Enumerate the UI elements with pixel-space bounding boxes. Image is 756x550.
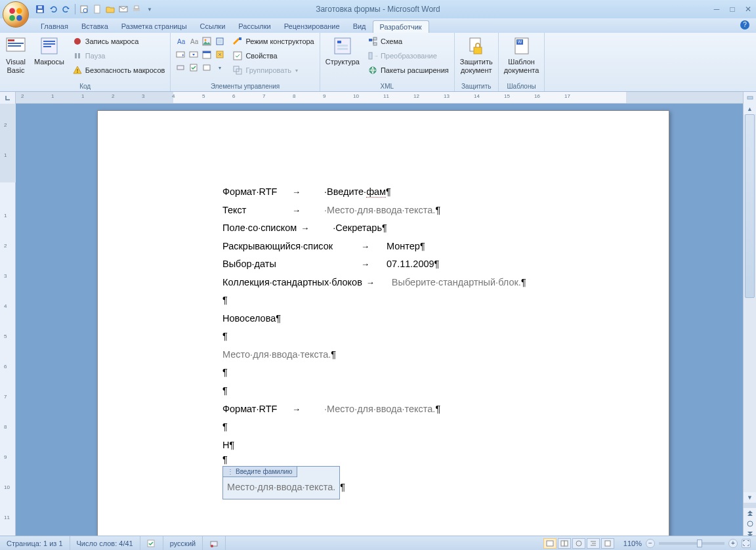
save-icon[interactable] [34,3,46,15]
maximize-button[interactable]: □ [727,5,738,14]
tab-рецензирование[interactable]: Рецензирование [278,20,346,33]
content-control[interactable]: ⋮Введите фамилиюМесто·для·ввода·текста. [222,466,340,500]
fullscreen-reading-view-icon[interactable] [558,538,571,549]
undo-icon[interactable] [47,3,59,15]
transform-label: Преобразование [381,52,437,60]
scroll-up-icon[interactable]: ▲ [744,104,756,114]
properties-button[interactable]: Свойства [230,49,316,63]
redo-icon[interactable] [60,3,72,15]
quick-print-icon[interactable] [131,3,142,15]
legacy-dropdown-icon[interactable] [201,62,213,74]
dropdown-control-icon[interactable] [188,49,200,60]
window-controls: ─ □ ✕ [711,5,753,14]
language-indicator[interactable]: русский [163,536,203,550]
split-handle[interactable] [743,92,756,104]
content-control-text[interactable]: Место·для·ввода·текста. [227,482,335,492]
text-line[interactable]: Место·для·ввода·текста.¶ [222,346,544,364]
vertical-scrollbar[interactable]: ▲ ▼ [743,104,756,539]
form-row[interactable]: Формат·RTF→·Введите·фам¶ [222,183,544,201]
tab-разработчик[interactable]: Разработчик [373,20,429,33]
text-line[interactable]: ¶ [222,382,544,400]
design-mode-button[interactable]: Режим конструктора [230,34,316,49]
plaintext-control-icon[interactable]: Aa [188,35,200,47]
text-line[interactable]: Новоселова¶ [222,310,544,328]
scroll-down-icon[interactable]: ▼ [744,492,756,503]
zoom-slider-thumb[interactable] [697,539,702,547]
qat-separator [75,4,75,14]
legacy-form-icon[interactable] [175,62,186,74]
form-row[interactable]: Выбор·даты→07.11.2009¶ [222,255,544,274]
svg-point-28 [205,39,207,41]
form-row[interactable]: Раскрывающийся·список→Монтер¶ [222,238,544,256]
svg-point-0 [9,8,15,14]
minimize-button[interactable]: ─ [711,5,722,14]
tab-selector[interactable] [0,92,16,104]
browse-object-icon[interactable] [744,518,756,529]
expansion-packs-button[interactable]: Пакеты расширения [365,63,452,77]
tab-разметка страницы[interactable]: Разметка страницы [115,20,194,33]
page-content[interactable]: Формат·RTF→·Введите·фам¶Текст→·Место·для… [98,111,669,499]
macros-button[interactable]: Макросы [32,34,67,68]
richtext-control-icon[interactable]: Aa [175,35,186,47]
zoom-out-button[interactable]: − [646,539,655,548]
new-doc-icon[interactable] [91,3,103,15]
zoom-in-button[interactable]: + [728,539,738,548]
email-icon[interactable] [117,3,129,15]
form-row[interactable]: Текст→·Место·для·ввода·текста.¶ [222,201,544,220]
tab-вставка[interactable]: Вставка [75,20,115,33]
picture-control-icon[interactable] [201,35,213,47]
group-button[interactable]: Группировать ▾ [230,63,316,77]
scroll-track[interactable] [744,114,756,492]
help-icon[interactable]: ? [740,20,749,30]
macro-record-indicator[interactable] [203,536,226,550]
svg-rect-47 [369,39,372,41]
page-indicator[interactable]: Страница: 1 из 1 [0,536,70,550]
text-line[interactable]: ¶ [222,328,544,346]
content-control-title[interactable]: ⋮Введите фамилию [223,467,297,477]
protect-document-button[interactable]: Защитить документ [457,34,495,76]
word-count[interactable]: Число слов: 4/41 [70,536,140,550]
form-row[interactable]: Поле·со·списком→·Секретарь¶ [222,219,544,238]
web-layout-view-icon[interactable] [572,538,585,549]
record-macro-button[interactable]: Запись макроса [70,34,168,49]
spellcheck-indicator[interactable] [140,536,163,550]
datepicker-control-icon[interactable] [201,49,213,60]
title-bar: ▼ Заготовка формы - Microsoft Word ─ □ ✕ [0,0,756,18]
tab-ссылки[interactable]: Ссылки [194,20,232,33]
structure-button[interactable]: Структура [323,34,362,68]
scroll-thumb[interactable] [745,114,755,298]
form-row[interactable]: Формат·RTF→·Место·для·ввода·текста.¶ [222,400,544,419]
tab-рассылки[interactable]: Рассылки [232,20,277,33]
zoom-level[interactable]: 110% [623,539,642,547]
legacy-checkbox-icon[interactable] [188,62,200,74]
prev-page-icon[interactable] [744,508,756,518]
combobox-control-icon[interactable] [175,49,186,60]
visual-basic-button[interactable]: Visual Basic [3,34,29,76]
legacy-activex-icon[interactable]: ▾ [214,62,226,74]
print-layout-view-icon[interactable] [543,538,556,549]
form-row[interactable]: Коллекция·стандартных·блоков→Выберите·ст… [222,274,544,292]
document-template-button[interactable]: W Шаблон документа [501,34,542,76]
text-line[interactable]: ¶ [222,364,544,382]
pause-button[interactable]: Пауза [70,49,168,63]
outline-view-icon[interactable] [587,538,600,549]
print-preview-icon[interactable] [78,3,90,15]
document-area[interactable]: Формат·RTF→·Введите·фам¶Текст→·Место·для… [16,104,756,550]
tab-вид[interactable]: Вид [346,20,373,33]
macro-security-button[interactable]: ! Безопасность макросов [70,63,168,77]
schema-button[interactable]: Схема [365,34,452,49]
tab-главная[interactable]: Главная [34,20,75,33]
legacy-tools-icon[interactable] [214,49,226,60]
draft-view-icon[interactable] [601,538,614,549]
horizontal-ruler[interactable]: 3211234567891011121314151617 [16,92,756,103]
transform-button[interactable]: → Преобразование [365,49,452,63]
zoom-fit-button[interactable]: ⛶ [742,539,751,548]
vertical-ruler[interactable]: 1234567891011121321 [0,104,16,550]
buildingblock-control-icon[interactable] [214,35,226,47]
office-button[interactable] [3,1,29,28]
zoom-slider[interactable] [659,542,724,545]
text-line[interactable]: ¶ [222,291,544,310]
qat-dropdown-icon[interactable]: ▼ [144,3,156,15]
open-icon[interactable] [104,3,116,15]
close-button[interactable]: ✕ [743,5,753,14]
